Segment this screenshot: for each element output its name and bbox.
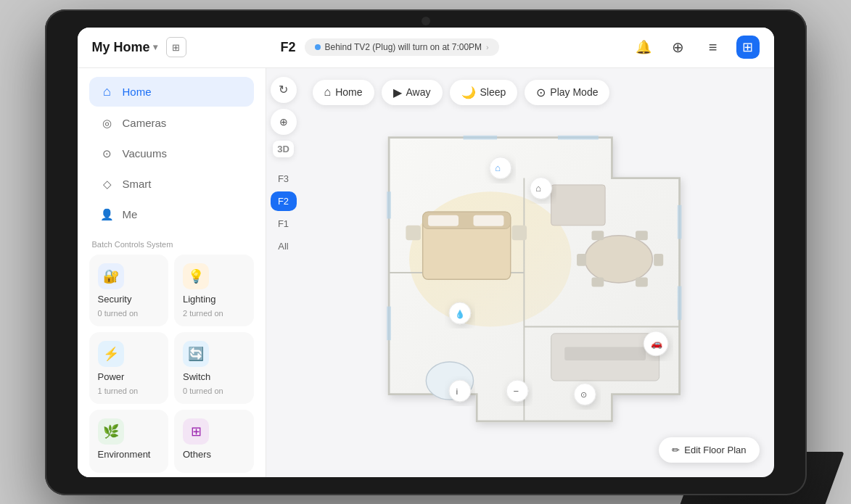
chevron-down-icon: ▾ (153, 42, 157, 52)
lighting-label: Lighting (183, 294, 245, 305)
sidebar-home-label: Home (123, 86, 152, 98)
batch-card-switch[interactable]: 🔄 Switch 0 turned on (174, 332, 254, 404)
others-icon: ⊞ (183, 418, 209, 445)
batch-card-others[interactable]: ⊞ Others (174, 410, 254, 473)
header-center: F2 Behind TV2 (Plug) will turn on at 7:0… (281, 38, 632, 56)
tablet-screen: My Home ▾ ⊞ F2 Behind TV2 (Plug) will tu… (78, 28, 774, 477)
scene-play-label: Play Mode (550, 86, 598, 98)
batch-card-security[interactable]: 🔐 Security 0 turned on (89, 255, 169, 326)
menu-icon-button[interactable]: ≡ (702, 36, 725, 59)
svg-text:💧: 💧 (455, 308, 465, 318)
sidebar-item-me[interactable]: 👤 Me (89, 201, 254, 228)
svg-rect-9 (511, 225, 526, 239)
floor-f2-button[interactable]: F2 (271, 191, 297, 211)
scene-away-button[interactable]: ▶ Away (382, 80, 443, 105)
svg-rect-18 (677, 205, 681, 239)
scene-away-label: Away (406, 86, 431, 98)
scene-sleep-icon: 🌙 (461, 86, 476, 99)
batch-controls-section: Batch Controls System 🔐 Security 0 turne… (89, 240, 254, 473)
svg-rect-19 (677, 286, 681, 320)
floor-selector: F3 F2 F1 All (271, 169, 297, 256)
floor-label: F2 (281, 40, 296, 55)
camera-notch (422, 17, 430, 25)
sidebar: ⌂ Home ◎ Cameras ⊙ Vacuums ◇ Smart 👤 (78, 68, 266, 477)
edit-icon: ✏ (672, 445, 680, 455)
power-label: Power (98, 371, 160, 382)
me-nav-icon: 👤 (99, 208, 115, 221)
sidebar-me-label: Me (123, 208, 138, 220)
add-icon-button[interactable]: ⊕ (667, 36, 690, 59)
notification-banner[interactable]: Behind TV2 (Plug) will turn on at 7:00PM… (305, 38, 499, 56)
lighting-status: 2 turned on (183, 309, 245, 318)
home-title-button[interactable]: My Home ▾ (92, 40, 157, 55)
scene-modes-bar: ⌂ Home ▶ Away 🌙 Sleep ⊙ (313, 80, 610, 105)
refresh-button[interactable]: ↻ (271, 77, 297, 103)
tablet-device: My Home ▾ ⊞ F2 Behind TV2 (Plug) will tu… (45, 9, 807, 495)
floor-f3-button[interactable]: F3 (271, 169, 297, 189)
security-status: 0 turned on (98, 309, 160, 318)
svg-text:⊙: ⊙ (580, 390, 586, 399)
sidebar-cameras-label: Cameras (123, 117, 167, 129)
3d-toggle-button[interactable]: 3D (273, 141, 294, 157)
svg-rect-21 (591, 231, 604, 240)
batch-grid: 🔐 Security 0 turned on 💡 Lighting 2 turn… (89, 255, 254, 473)
floor-controls: ↻ ⊕ 3D F3 F2 F1 All (266, 68, 301, 477)
scene-play-icon: ⊙ (536, 86, 546, 99)
batch-card-lighting[interactable]: 💡 Lighting 2 turned on (174, 255, 254, 326)
svg-text:i: i (456, 387, 458, 395)
layout-toggle-button[interactable]: ⊞ (166, 37, 186, 57)
floor-all-button[interactable]: All (271, 236, 297, 256)
floor-plan-svg: ⌂ ⌂ 💧 ⊙ (301, 68, 774, 477)
layout-icon-symbol: ⊞ (172, 42, 180, 53)
home-nav-icon: ⌂ (99, 84, 115, 99)
home-title-text: My Home (92, 40, 150, 55)
svg-rect-8 (406, 225, 420, 239)
sidebar-smart-label: Smart (123, 178, 152, 190)
floor-plan-container: ⌂ Home ▶ Away 🌙 Sleep ⊙ (301, 68, 774, 477)
smart-nav-icon: ◇ (99, 178, 115, 191)
environment-icon: 🌿 (98, 418, 124, 445)
svg-rect-24 (654, 253, 663, 265)
sidebar-item-cameras[interactable]: ◎ Cameras (89, 110, 254, 137)
bell-icon-button[interactable]: 🔔 (632, 36, 655, 59)
switch-icon: 🔄 (183, 341, 209, 367)
security-label: Security (98, 294, 160, 305)
others-label: Others (183, 449, 245, 460)
svg-rect-6 (428, 215, 459, 226)
svg-rect-22 (636, 231, 648, 240)
sidebar-item-home[interactable]: ⌂ Home (89, 77, 254, 107)
svg-text:⌂: ⌂ (535, 183, 541, 194)
batch-card-power[interactable]: ⚡ Power 1 turned on (89, 332, 169, 404)
scene-home-label: Home (335, 86, 362, 98)
edit-floor-label: Edit Floor Plan (684, 445, 746, 455)
scene-away-icon: ▶ (393, 86, 402, 99)
header: My Home ▾ ⊞ F2 Behind TV2 (Plug) will tu… (78, 28, 774, 68)
svg-rect-23 (577, 253, 586, 265)
floor-f1-button[interactable]: F1 (271, 214, 297, 234)
scene-home-icon: ⌂ (324, 86, 332, 99)
scene-sleep-button[interactable]: 🌙 Sleep (450, 80, 518, 105)
security-icon: 🔐 (98, 263, 124, 289)
vacuums-nav-icon: ⊙ (99, 147, 115, 160)
scene-home-button[interactable]: ⌂ Home (313, 80, 374, 105)
batch-card-environment[interactable]: 🌿 Environment (89, 410, 169, 473)
focus-button[interactable]: ⊕ (271, 109, 297, 135)
svg-rect-7 (473, 215, 503, 226)
cameras-nav-icon: ◎ (99, 117, 115, 130)
sidebar-item-smart[interactable]: ◇ Smart (89, 170, 254, 198)
environment-label: Environment (98, 449, 160, 460)
app-icon-button[interactable]: ⊞ (736, 36, 760, 59)
sidebar-item-vacuums[interactable]: ⊙ Vacuums (89, 140, 254, 168)
switch-label: Switch (183, 371, 245, 382)
svg-rect-15 (387, 306, 391, 340)
notification-dot (315, 44, 321, 50)
svg-rect-16 (463, 135, 497, 139)
main-content: ⌂ Home ◎ Cameras ⊙ Vacuums ◇ Smart 👤 (78, 68, 774, 477)
svg-rect-25 (591, 277, 604, 286)
edit-floor-plan-button[interactable]: ✏ Edit Floor Plan (659, 437, 759, 463)
floor-plan-area: ↻ ⊕ 3D F3 F2 F1 All (266, 68, 774, 477)
svg-rect-10 (551, 184, 605, 225)
svg-point-20 (585, 235, 652, 282)
svg-rect-12 (564, 347, 646, 360)
scene-play-mode-button[interactable]: ⊙ Play Mode (525, 80, 609, 105)
